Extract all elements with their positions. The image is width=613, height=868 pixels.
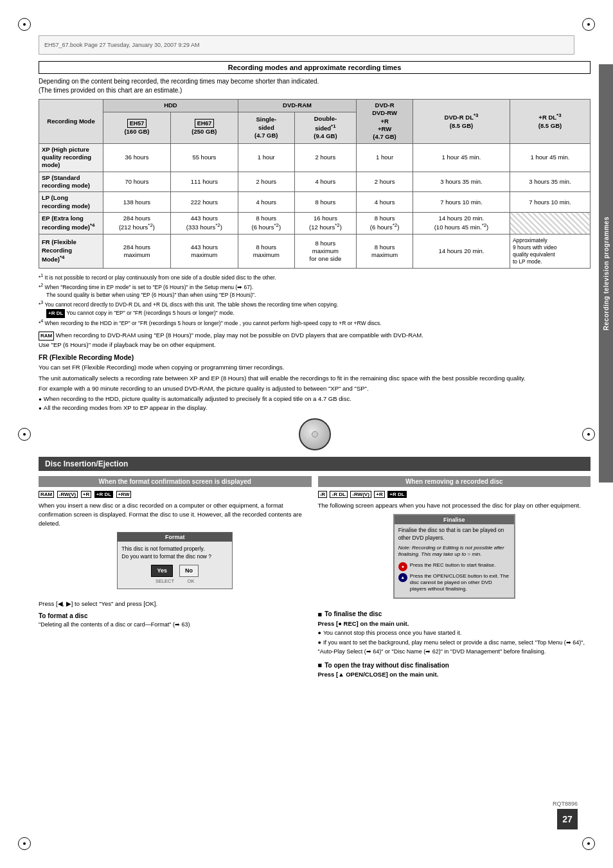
format-dialog-title: Format [118,533,232,542]
table-row: LP (Longrecording mode) 138 hours 222 ho… [39,192,591,213]
lp-dvdr: 4 hours [357,192,413,213]
footnote-1: *1 It is not possible to record or play … [39,272,591,282]
finalise-row2-text: Press the OPEN/CLOSE button to exit. The… [410,573,510,593]
lp-rdl: 7 hours 10 min. [510,192,590,213]
finalise-row1: ● Press the REC button to start finalise… [398,562,510,571]
footnote-2: *2 When "Recording time in EP mode" is s… [39,282,591,292]
col-header-dvdram: DVD-RAM [238,100,356,112]
fr-section: FR (Flexible Recording Mode) You can set… [39,353,591,412]
ep-hdd67: 443 hours(333 hours*2) [170,213,238,235]
main-content: Recording modes and approximate recordin… [39,61,591,836]
fr-para1: You can set FR (Flexible Recording) mode… [39,363,591,372]
open-tray-press: Press [▲ OPEN/CLOSE] on the main unit. [318,671,591,678]
footnote-2b: The sound quality is better when using "… [39,291,591,299]
xp-dvdr: 1 hour [357,143,413,172]
lp-hdd57: 138 hours [103,192,171,213]
fr-hdd57: 284 hoursmaximum [103,234,171,268]
two-column-layout: When the format confirmation screen is d… [39,476,591,680]
finalise-dialog-body: Finalise the disc so that is can be play… [395,524,514,598]
lp-dvdrams: 4 hours [238,192,294,213]
ep-dvdramd: 16 hours(12 hours*2) [294,213,356,235]
dialog-select-label: SELECT OK [121,578,228,585]
format-dialog-line1: This disc is not formatted properly. [121,545,228,553]
lp-dvdrdl: 7 hours 10 min. [413,192,510,213]
col-header-dvdrdl: DVD-R DL*3(8.5 GB) [413,100,510,144]
fr-para2: The unit automatically selects a recordi… [39,374,591,383]
header-text: EH57_67.book Page 27 Tuesday, January 30… [44,42,200,48]
mode-fr: FR (FlexibleRecordingMode)*4 [39,234,103,268]
press-instruction: Press [◀, ▶] to select "Yes" and press [… [39,599,312,608]
finalise-row2: ▲ Press the OPEN/CLOSE button to exit. T… [398,573,510,593]
sp-rdl: 3 hours 35 min. [510,172,590,192]
fr-dvdramd: 8 hoursmaximumfor one side [294,234,356,268]
sub-header-hdd67: EH67(250 GB) [170,112,238,143]
sp-dvdramd: 4 hours [294,172,356,192]
fr-rdl: Approximately9 hours with videoquality e… [510,234,590,268]
table-row: EP (Extra longrecording mode)*4 284 hour… [39,213,591,235]
corner-mark-tr [582,18,595,31]
footnote-4: *4 When recording to the HDD in "EP" or … [39,318,591,328]
mode-ep: EP (Extra longrecording mode)*4 [39,213,103,235]
sp-dvdrams: 2 hours [238,172,294,192]
fr-dvdr: 8 hoursmaximum [357,234,413,268]
format-dialog-buttons: Yes No [121,565,228,577]
ep-rdl [510,213,590,235]
recording-subtitle: Depending on the content being recorded,… [39,77,591,95]
col-header-rdl: +R DL*3(8.5 GB) [510,100,590,144]
left-col-heading: When the format confirmation screen is d… [39,476,312,487]
fr-para3: For example with a 90 minute recording t… [39,384,591,393]
mode-xp: XP (High picturequality recordingmode) [39,143,103,172]
ram-note: RAM When recording to DVD-RAM using "EP … [39,331,591,350]
finalise-line1: Finalise the disc so that is can be play… [398,527,510,542]
left-column: When the format confirmation screen is d… [39,476,312,680]
fr-title: FR (Flexible Recording Mode) [39,353,591,361]
corner-mark-tl [18,18,31,31]
disc-image [299,418,331,450]
sub-header-hdd57: EH57(160 GB) [103,112,171,143]
sp-dvdrdl: 3 hours 35 min. [413,172,510,192]
finalise-bullet1: You cannot stop this process once you ha… [318,629,591,638]
corner-mark-bl [18,837,31,850]
footnotes: *1 It is not possible to record or play … [39,272,591,327]
finalise-press-text: Press [● REC] on the main unit. [318,620,591,627]
xp-rdl: 1 hour 45 min. [510,143,590,172]
right-col-heading: When removing a recorded disc [318,476,591,487]
corner-mark-ml [18,428,31,441]
fr-dvdrdl: 14 hours 20 min. [413,234,510,268]
vertical-tab: Recording television programmes [599,64,613,483]
finalise-bullet2: If you want to set the background, play … [318,639,591,656]
sub-header-dvdrams: Single-sided(4.7 GB) [238,112,294,143]
format-dialog-line2: Do you want to format the disc now ? [121,553,228,561]
footnote-3: *3 You cannot record directly to DVD-R D… [39,299,591,309]
finalise-icon-eject: ▲ [398,573,407,582]
footnote-3b: +R DL You cannot copy in "EP" or "FR (re… [39,309,591,318]
right-column: When removing a recorded disc -R -R DL -… [318,476,591,680]
ep-dvdr: 8 hours(6 hours*2) [357,213,413,235]
ep-hdd57: 284 hours(212 hours*2) [103,213,171,235]
recording-section-title: Recording modes and approximate recordin… [39,61,591,74]
format-no-button[interactable]: No [179,565,199,577]
table-row: XP (High picturequality recordingmode) 3… [39,143,591,172]
finalise-line2: Note: Recording or Editing is not possib… [398,545,510,558]
vertical-tab-text: Recording television programmes [603,217,610,330]
format-dialog: Format This disc is not formatted proper… [117,532,233,589]
xp-dvdrams: 1 hour [238,143,294,172]
recording-table: Recording Mode HDD DVD-RAM DVD-RDVD-RW+R… [39,99,591,269]
corner-mark-br [582,837,595,850]
format-small-note: "Deleting all the contents of a disc or … [39,621,312,630]
fr-dvdrams: 8 hoursmaximum [238,234,294,268]
right-body-text: The following screen appears when you ha… [318,501,591,510]
col-header-hdd: HDD [103,100,238,112]
open-tray-subsection: To open the tray without disc finalisati… [318,661,591,678]
sp-hdd67: 111 hours [170,172,238,192]
finalise-dialog: Finalise Finalise the disc so that is ca… [393,514,515,599]
finalise-icon-rec: ● [398,562,407,571]
finalise-row1-text: Press the REC button to start finalise. [410,562,495,569]
lp-dvdramd: 8 hours [294,192,356,213]
disc-section-title: Disc Insertion/Ejection [39,457,591,471]
lp-hdd67: 222 hours [170,192,238,213]
left-body-text: When you insert a new disc or a disc rec… [39,501,312,529]
format-yes-button[interactable]: Yes [151,565,173,577]
xp-hdd57: 36 hours [103,143,171,172]
right-badges: -R -R DL -RW(V) +R +R DL [318,491,591,498]
